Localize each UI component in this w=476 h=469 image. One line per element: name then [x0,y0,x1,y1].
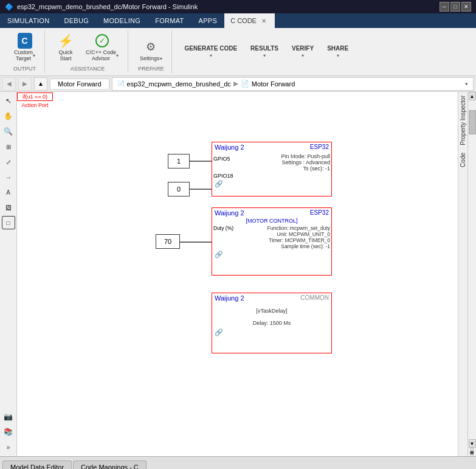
share-button[interactable]: SHARE ▾ [322,42,354,61]
quick-start-button[interactable]: ⚡ QuickStart [52,30,79,64]
gpio-block-link-icon: 🔗 [212,180,331,189]
maximize-button[interactable]: □ [450,2,460,12]
toolbar: C CustomTarget ▾ OUTPUT ⚡ QuickStart ✓ [0,28,476,76]
menu-simulation[interactable]: SIMULATION [0,13,57,28]
generate-code-label: GENERATE CODE [185,45,238,52]
share-label: SHARE [327,45,348,52]
gpio-ports: GPIO5 GPIO18 [212,152,236,180]
custom-target-label: CustomTarget [14,49,33,61]
left-tools: ↖ ✋ 🔍 ⊞ ⤢ → A 🖼 □ 📷 📚 » [0,92,17,456]
property-inspector-label[interactable]: Property Inspector [458,92,467,149]
cpp-advisor-button[interactable]: ✓ C/C++ CodeAdvisor ▾ [81,30,123,64]
c-icon: C [18,33,32,49]
ccode-close-icon[interactable]: ✕ [259,16,269,26]
close-button[interactable]: ✕ [461,2,471,12]
title-bar-icon: 🔷 [5,3,13,11]
pan-tool-button[interactable]: ✋ [2,109,15,123]
zoom-out-button[interactable]: ⊞ [2,140,15,153]
library-tool-button[interactable]: 📚 [2,425,15,439]
toolbar-prepare-section: ⚙ Settings ▾ PREPARE [131,30,172,73]
breadcrumb-bar: ◀ ▶ ▲ Motor Forward 📄 esp32_mcpwm_demo_b… [0,76,476,92]
toolbar-assistance-section: ⚡ QuickStart ✓ C/C++ CodeAdvisor ▾ ASSIS… [47,30,128,73]
text-tool-button[interactable]: A [2,186,15,199]
motor-block-title: Waijung 2 [215,209,244,217]
motor-block-subtitle: [MOTOR CONTROL] [212,218,331,224]
cpp-advisor-label: C/C++ CodeAdvisor [86,49,116,61]
zoom-in-button[interactable]: 🔍 [2,125,15,138]
camera-tool-button[interactable]: 📷 [2,410,15,423]
menu-ccode[interactable]: C CODE ✕ [224,13,275,28]
menu-debug[interactable]: DEBUG [57,13,96,28]
path-dropdown-icon[interactable]: ▾ [465,81,468,87]
custom-target-arrow-icon: ▾ [33,53,35,58]
task-block-badge: COMMON [300,294,329,302]
path-separator-icon: ▶ [233,80,238,88]
select-tool-button[interactable]: ↖ [2,94,15,108]
gpio-block-header: Waijung 2 ESP32 [212,142,331,152]
task-block-content: [vTaskDelay]Delay: 1500 Ms [212,303,331,328]
title-bar-title: esp32_mcpwm_demo_brushed_dc/Motor Forwar… [17,3,198,10]
breadcrumb-tab[interactable]: Motor Forward [50,78,109,89]
const-block-0[interactable]: 0 [168,182,190,196]
waijung-task-block[interactable]: Waijung 2 COMMON [vTaskDelay]Delay: 1500… [212,293,332,353]
model-data-editor-tab[interactable]: Model Data Editor [2,460,72,469]
nav-forward-button[interactable]: ▶ [18,77,32,91]
scroll-down-button[interactable]: ▼ [469,439,476,448]
motor-block-badge: ESP32 [310,209,329,217]
share-arrow-icon: ▾ [337,53,339,58]
results-label: RESULTS [250,45,278,52]
expand-tools-button[interactable]: » [2,440,15,454]
gpio5-label: GPIO5 [213,156,230,162]
resize-handle[interactable]: ▦ [470,448,474,456]
action-port-label: Action Port [17,102,53,108]
generate-code-button[interactable]: GENERATE CODE ▾ [179,42,243,61]
code-label[interactable]: Code [458,149,467,171]
path-file-icon: 📄 [117,80,125,87]
quick-start-icon: ⚡ [58,33,74,48]
settings-button[interactable]: ⚙ Settings ▾ [136,36,167,64]
waijung-gpio-block[interactable]: Waijung 2 ESP32 GPIO5 GPIO18 Pin Mode: P… [212,142,332,196]
verify-button[interactable]: VERIFY ▾ [286,42,319,61]
const-block-1[interactable]: 1 [168,154,190,168]
scroll-thumb[interactable] [469,110,476,134]
fit-button[interactable]: ⤢ [2,155,15,168]
const-block-70[interactable]: 70 [156,234,180,249]
bottom-tabs: Model Data Editor Code Mappings - C [0,456,476,469]
menu-bar: SIMULATION DEBUG MODELING FORMAT APPS C … [0,13,476,28]
action-port-block[interactable]: if(u1 == 0) [17,92,53,101]
gpio-block-title: Waijung 2 [215,144,244,151]
waijung-motor-block[interactable]: Waijung 2 ESP32 [MOTOR CONTROL] Duty (%)… [212,207,332,276]
gpio-block-body: GPIO5 GPIO18 Pin Mode: Push-pullSettings… [212,152,331,180]
action-port-container: if(u1 == 0) Action Port [17,92,53,108]
const-70-value: 70 [164,238,171,245]
generate-code-arrow-icon: ▾ [210,53,212,58]
vertical-scrollbar[interactable]: ▲ ▼ ▦ [467,92,476,456]
custom-target-button[interactable]: C CustomTarget ▾ [10,30,40,64]
motor-port-label: Duty (%) [212,224,240,251]
path-root: esp32_mcpwm_demo_brushed_dc [127,80,231,88]
canvas-area[interactable]: if(u1 == 0) Action Port 1 0 Waijung 2 ES… [17,92,476,456]
menu-apps[interactable]: APPS [191,13,225,28]
menu-modeling[interactable]: MODELING [96,13,148,28]
minimize-button[interactable]: ─ [440,2,449,12]
gpio18-label: GPIO18 [213,173,233,179]
nav-back-button[interactable]: ◀ [2,77,16,91]
scroll-up-button[interactable]: ▲ [469,92,476,100]
menu-format[interactable]: FORMAT [148,13,191,28]
verify-label: VERIFY [292,45,314,52]
image-tool-button[interactable]: 🖼 [2,201,15,214]
gpio-port2-label: GPIO18 [213,173,235,179]
path-child: Motor Forward [252,80,295,88]
path-icon-2: 📄 [241,80,249,88]
results-button[interactable]: RESULTS ▾ [245,42,284,61]
nav-up-button[interactable]: ▲ [34,77,47,91]
task-block-title: Waijung 2 [215,294,244,302]
code-mappings-tab[interactable]: Code Mappings - C [73,460,147,469]
cpp-advisor-arrow-icon: ▾ [116,53,119,58]
code-mappings-label: Code Mappings - C [81,464,139,469]
gpio-port1-label: GPIO5 [213,156,235,162]
arrow-tool-button[interactable]: → [2,170,15,184]
output-section-label: OUTPUT [13,66,36,73]
action-port-condition: if(u1 == 0) [22,94,47,100]
rect-tool-button[interactable]: □ [2,216,15,229]
